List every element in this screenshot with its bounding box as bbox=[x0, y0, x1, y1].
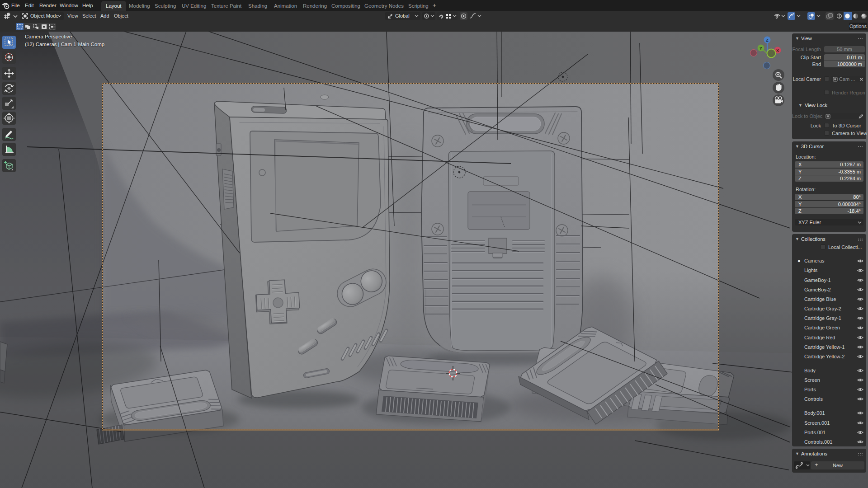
svg-text:X: X bbox=[776, 48, 779, 53]
svg-text:Y: Y bbox=[760, 46, 762, 51]
svg-text:Z: Z bbox=[766, 38, 769, 42]
